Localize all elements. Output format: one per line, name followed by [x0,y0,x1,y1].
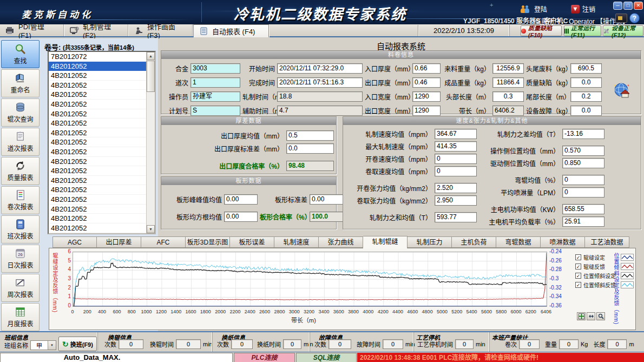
production-length[interactable]: 0 [607,339,627,349]
close-button[interactable]: ✕ [634,2,643,10]
help-icon[interactable]: ? [629,13,640,23]
logout-button[interactable]: ▼ 注销 [571,4,595,14]
menu-operation-button[interactable]: 操作画面 (F3) [129,24,193,36]
field-value[interactable]: 658.55 [562,204,604,214]
chart-tab-9[interactable]: 轧制压力 [408,236,452,248]
list-item[interactable]: 4B2012052 [49,128,146,138]
menu-report-button-active[interactable]: 自动报表 (F4) [193,24,269,37]
sidebar-item-roll-query[interactable]: 辊次查询 [1,98,40,127]
list-item[interactable]: 4B2012052 [49,185,146,195]
sidebar-item-quality-report[interactable]: 质量报表 [1,157,40,185]
field-value[interactable]: 0 [435,166,477,176]
list-item[interactable]: 4B2012052 [49,62,146,71]
scrollbar-thumb[interactable] [147,61,155,92]
menu-rolling-button[interactable]: 轧制管理 (F2) [64,24,128,36]
field-value[interactable]: 1290 [412,106,441,116]
field-value[interactable]: 2020/12/11 07:32:29.0 [277,63,363,74]
field-value[interactable]: S [190,106,240,116]
field-value[interactable]: 0.00 [224,212,258,222]
list-item[interactable]: 4B2012052 [49,137,146,147]
field-value[interactable]: 6406.2 [492,106,524,116]
fault-time[interactable]: 0 [383,339,403,349]
sidebar-item-weekly-report[interactable]: 周次报表 [1,274,40,302]
field-value[interactable]: 2020/12/11 07:51:16.3 [277,77,363,88]
field-value[interactable]: -13.16 [562,129,604,139]
minimize-button[interactable]: ─ [613,2,622,10]
field-value[interactable]: 0.2 [570,91,602,102]
list-item[interactable]: 4B2012052 [49,100,146,109]
field-value[interactable]: 364.67 [435,129,477,139]
sidebar-item-shift-report[interactable]: 班次报表 [1,215,40,243]
sidebar-item-rename[interactable]: 重命名 [1,69,40,97]
sidebar-item-search[interactable]: 查找 [1,40,40,68]
device-normal-button[interactable]: 设备正常(F12) [603,25,643,36]
field-value[interactable]: 593.77 [435,212,477,222]
field-value[interactable]: 1 [190,77,240,88]
field-value[interactable]: 18.8 [277,91,363,102]
normal-running-button[interactable]: 正常运行(F11) [564,25,601,36]
scroll-down-icon[interactable]: ▼ [147,225,155,233]
plot-area[interactable] [73,252,547,307]
field-value[interactable]: 12556.9 [492,63,524,74]
field-value[interactable]: 414.35 [435,141,477,152]
production-weight[interactable]: 0 [559,339,579,349]
chart-zoom-button[interactable] [596,312,605,320]
field-value[interactable]: 25.91 [562,216,604,227]
scrollbar[interactable]: ▲ ▼ [146,52,155,233]
shift-name-select[interactable]: 甲 ▼ [30,340,56,350]
list-item[interactable]: 4B2012052 [49,223,146,233]
field-value[interactable]: 0.0 [570,77,602,88]
field-value[interactable]: 3003 [190,63,240,74]
list-item[interactable]: 4B2012052 [49,81,146,90]
quality-defect-button[interactable]: 质量缺陷(F10) [521,25,562,36]
field-value[interactable]: 690.5 [570,63,602,74]
sidebar-item-monthly-report[interactable]: 月度报表 [1,303,40,331]
production-coils[interactable]: 0 [519,339,540,349]
menu-pdi-button[interactable]: PDI管理 (F1) [0,24,64,36]
chart-grid-button[interactable] [577,312,586,320]
field-value[interactable]: 0.46 [412,77,441,88]
list-item[interactable]: 4B2012052 [49,147,146,157]
login-button[interactable]: 登陆 [521,4,547,14]
field-value[interactable]: 0 [562,175,604,185]
sidebar-item-pass-report[interactable]: 道次报表 [1,128,40,156]
field-value[interactable]: 11866.4 [492,77,524,88]
chart-tab-3[interactable]: AFC [141,236,186,248]
field-value[interactable]: 98.48 [286,161,334,171]
list-item[interactable]: 4B2012052 [49,119,146,128]
field-value[interactable]: 0 [435,154,477,164]
list-item[interactable]: 7B2012072 [49,52,146,62]
chart-pan-button[interactable] [587,312,595,320]
list-item[interactable]: 4B2012052 [49,166,146,176]
change-shift-button[interactable]: ↻ 换班(F9) [58,337,97,351]
paper-change-count[interactable]: 0 [231,339,253,349]
field-value[interactable]: 0.66 [412,63,441,74]
field-value[interactable]: 孙建军 [190,91,240,102]
field-value[interactable]: 0.0 [286,143,334,154]
chart-tab-13[interactable]: 工艺油数据 [585,236,629,248]
field-value[interactable]: 2.520 [435,183,477,193]
chart-tab-11[interactable]: 弯辊数据 [496,236,541,248]
field-value[interactable]: 0.00 [224,194,258,205]
fault-count[interactable]: 0 [328,339,351,349]
list-item[interactable]: 4B2012052 [49,71,146,81]
field-value[interactable]: 1290 [412,91,441,102]
list-item[interactable]: 4B2012052 [49,176,146,186]
list-item[interactable]: 4B2012052 [49,157,146,167]
legend-checkbox[interactable]: ✓ [575,254,581,260]
chart-tab-10[interactable]: 主机负荷 [452,236,496,248]
field-value[interactable]: 100.0 [310,212,344,222]
field-value[interactable]: 0.3 [492,91,524,102]
field-value[interactable]: 0.00 [310,194,344,205]
roll-change-time[interactable]: 0 [176,339,201,349]
chart-tab-8[interactable]: 轧制辊缝 [363,236,408,248]
legend-checkbox[interactable]: ✓ [575,282,581,288]
field-value[interactable]: 0 [562,187,604,198]
chart-tab-12[interactable]: 喷淋数据 [541,236,585,248]
globe-home-icon[interactable] [613,82,631,101]
machine-icon[interactable] [615,14,627,23]
roll-change-count[interactable]: 0 [119,339,143,349]
field-value[interactable]: 0.570 [562,146,604,156]
field-value[interactable]: 4.7 [277,106,363,116]
field-value[interactable]: 0.0 [570,106,602,116]
